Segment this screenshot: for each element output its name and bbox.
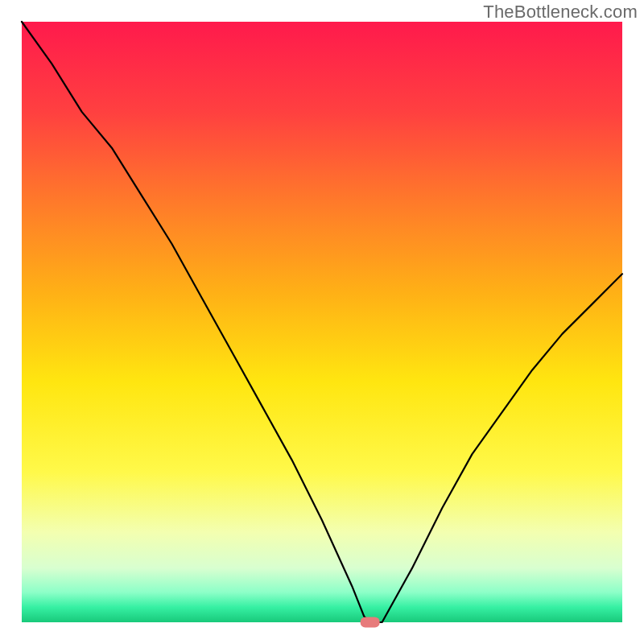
bottleneck-chart	[0, 0, 644, 644]
optimal-point-marker	[361, 617, 380, 628]
plot-background	[22, 22, 622, 622]
watermark-text: TheBottleneck.com	[483, 2, 638, 23]
chart-container: TheBottleneck.com	[0, 0, 644, 644]
